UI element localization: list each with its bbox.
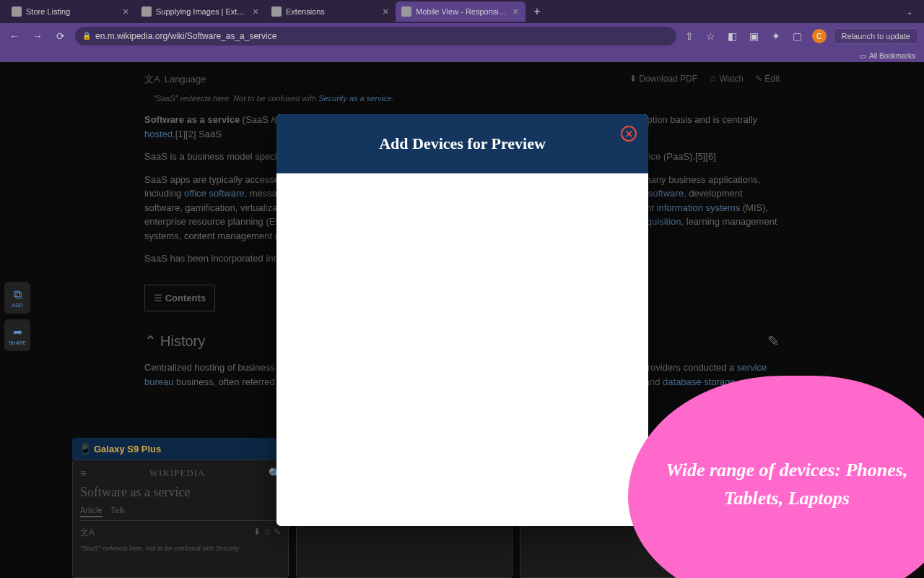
close-icon[interactable]: × bbox=[121, 7, 130, 16]
close-icon[interactable]: × bbox=[251, 7, 260, 16]
toolbar: ← → ⟳ 🔒 en.m.wikipedia.org/wiki/Software… bbox=[0, 23, 924, 49]
share-button[interactable]: ➦SHARE bbox=[4, 319, 30, 351]
modal-title: Add Devices for Preview bbox=[379, 134, 546, 153]
device-name: 📱 Galaxy S9 Plus bbox=[79, 444, 161, 454]
url-bar[interactable]: 🔒 en.m.wikipedia.org/wiki/Software_as_a_… bbox=[75, 27, 676, 46]
url-text: en.m.wikipedia.org/wiki/Software_as_a_se… bbox=[95, 31, 276, 41]
watch[interactable]: ☆ Watch bbox=[709, 72, 744, 87]
share-icon: ➦ bbox=[13, 325, 22, 339]
share-icon[interactable]: ⇧ bbox=[682, 29, 697, 43]
blob-text: Wide range of devices: Phones, Tablets, … bbox=[664, 456, 910, 512]
close-icon[interactable]: × bbox=[381, 7, 390, 16]
back-button[interactable]: ← bbox=[6, 27, 23, 45]
tab-2[interactable]: Extensions× bbox=[266, 1, 396, 22]
add-device-button[interactable]: ⧉ADD bbox=[4, 282, 30, 314]
device-frame: ≡WIKIPEDIA🔍 Software as a service Articl… bbox=[72, 460, 289, 578]
profile-avatar[interactable]: C bbox=[812, 29, 827, 43]
forward-button[interactable]: → bbox=[29, 27, 46, 45]
language-selector[interactable]: 文A Language bbox=[144, 72, 206, 87]
browser-chrome: Store Listing× Supplying Images | Extens… bbox=[0, 0, 924, 62]
contents-box[interactable]: ☰ Contents bbox=[144, 285, 215, 312]
relaunch-button[interactable]: Relaunch to update bbox=[834, 28, 918, 44]
extension-icon[interactable]: ▣ bbox=[747, 29, 762, 43]
menu-icon[interactable]: ≡ bbox=[80, 467, 86, 479]
puzzle-icon[interactable]: ✦ bbox=[769, 29, 783, 43]
star-icon[interactable]: ☆ bbox=[704, 29, 718, 43]
favicon bbox=[271, 7, 282, 17]
devices-icon: ⧉ bbox=[14, 288, 22, 301]
redirect-notice: "SaaS" redirects here. Not to be confuse… bbox=[144, 92, 780, 105]
tab-0[interactable]: Store Listing× bbox=[6, 1, 136, 22]
close-icon[interactable]: × bbox=[511, 7, 520, 16]
favicon bbox=[12, 7, 22, 17]
add-devices-modal: Add Devices for Preview ✕ bbox=[276, 114, 648, 526]
tab-1[interactable]: Supplying Images | Extension× bbox=[136, 1, 266, 22]
lock-icon: 🔒 bbox=[82, 32, 91, 40]
favicon bbox=[401, 7, 411, 17]
panel-icon[interactable]: ▢ bbox=[790, 29, 805, 43]
all-bookmarks-link[interactable]: ▭ All Bookmarks bbox=[860, 52, 915, 60]
close-button[interactable]: ✕ bbox=[621, 126, 637, 142]
tab-3[interactable]: Mobile View - Responsive Des× bbox=[396, 1, 526, 22]
tab-bar: Store Listing× Supplying Images | Extens… bbox=[0, 0, 924, 23]
extension-sidebar: ⧉ADD ➦SHARE bbox=[4, 282, 30, 351]
modal-header: Add Devices for Preview ✕ bbox=[276, 114, 648, 173]
edit[interactable]: ✎ Edit bbox=[755, 72, 780, 87]
download-pdf[interactable]: ⬇ Download PDF bbox=[629, 72, 697, 87]
reload-button[interactable]: ⟳ bbox=[52, 27, 69, 45]
tabs-dropdown[interactable]: ⌄ bbox=[907, 8, 918, 16]
bookmarks-bar: ▭ All Bookmarks bbox=[0, 49, 924, 62]
favicon bbox=[141, 7, 152, 17]
new-tab-button[interactable]: + bbox=[528, 3, 546, 20]
extension-icon[interactable]: ◧ bbox=[725, 29, 740, 43]
modal-body bbox=[276, 173, 648, 526]
